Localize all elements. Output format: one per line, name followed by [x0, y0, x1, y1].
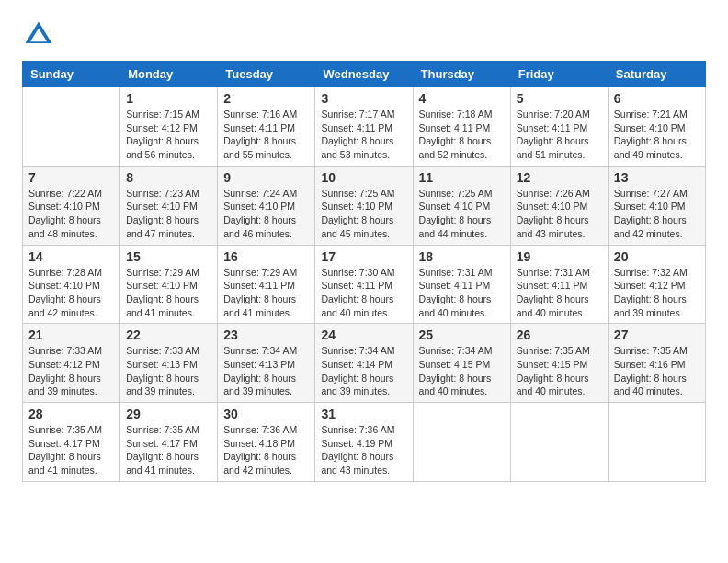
- calendar-cell: 14Sunrise: 7:28 AMSunset: 4:10 PMDayligh…: [23, 245, 120, 324]
- calendar-cell: 20Sunrise: 7:32 AMSunset: 4:12 PMDayligh…: [608, 245, 705, 324]
- day-number: 2: [223, 91, 309, 106]
- day-number: 5: [517, 91, 602, 106]
- cell-info: Sunrise: 7:25 AMSunset: 4:10 PMDaylight:…: [419, 187, 505, 241]
- cell-info: Sunrise: 7:32 AMSunset: 4:12 PMDaylight:…: [614, 266, 700, 320]
- week-row-2: 7Sunrise: 7:22 AMSunset: 4:10 PMDaylight…: [23, 166, 706, 245]
- calendar-cell: 30Sunrise: 7:36 AMSunset: 4:18 PMDayligh…: [218, 403, 315, 482]
- day-number: 24: [321, 327, 406, 342]
- day-number: 13: [614, 170, 700, 185]
- day-number: 17: [321, 249, 406, 264]
- cell-info: Sunrise: 7:17 AMSunset: 4:11 PMDaylight:…: [321, 108, 406, 162]
- day-number: 28: [28, 407, 114, 421]
- cell-info: Sunrise: 7:31 AMSunset: 4:11 PMDaylight:…: [419, 266, 505, 320]
- day-number: 16: [223, 249, 309, 264]
- cell-info: Sunrise: 7:31 AMSunset: 4:11 PMDaylight:…: [517, 266, 602, 320]
- cell-info: Sunrise: 7:28 AMSunset: 4:10 PMDaylight:…: [28, 266, 114, 320]
- day-number: 31: [321, 407, 406, 421]
- week-row-3: 14Sunrise: 7:28 AMSunset: 4:10 PMDayligh…: [23, 245, 706, 324]
- calendar-cell: [510, 403, 608, 482]
- cell-info: Sunrise: 7:34 AMSunset: 4:14 PMDaylight:…: [321, 344, 406, 398]
- calendar-cell: 1Sunrise: 7:15 AMSunset: 4:12 PMDaylight…: [120, 87, 218, 167]
- cell-info: Sunrise: 7:26 AMSunset: 4:10 PMDaylight:…: [517, 187, 602, 241]
- cell-info: Sunrise: 7:27 AMSunset: 4:10 PMDaylight:…: [614, 187, 700, 241]
- week-row-4: 21Sunrise: 7:33 AMSunset: 4:12 PMDayligh…: [23, 324, 706, 403]
- day-header-thursday: Thursday: [413, 62, 510, 87]
- day-number: 22: [126, 327, 211, 342]
- calendar-cell: 16Sunrise: 7:29 AMSunset: 4:11 PMDayligh…: [218, 245, 315, 324]
- day-header-sunday: Sunday: [23, 62, 120, 87]
- day-number: 8: [126, 170, 211, 185]
- cell-info: Sunrise: 7:24 AMSunset: 4:10 PMDaylight:…: [223, 187, 309, 241]
- calendar-cell: 25Sunrise: 7:34 AMSunset: 4:15 PMDayligh…: [413, 324, 510, 403]
- cell-info: Sunrise: 7:15 AMSunset: 4:12 PMDaylight:…: [126, 108, 211, 162]
- day-number: 3: [321, 91, 406, 106]
- calendar-cell: 28Sunrise: 7:35 AMSunset: 4:17 PMDayligh…: [23, 403, 120, 482]
- cell-info: Sunrise: 7:18 AMSunset: 4:11 PMDaylight:…: [419, 108, 505, 162]
- calendar-cell: [413, 403, 510, 482]
- day-number: 27: [614, 327, 700, 342]
- cell-info: Sunrise: 7:34 AMSunset: 4:13 PMDaylight:…: [223, 344, 309, 398]
- logo: [22, 18, 61, 52]
- cell-info: Sunrise: 7:29 AMSunset: 4:11 PMDaylight:…: [223, 266, 309, 320]
- cell-info: Sunrise: 7:25 AMSunset: 4:10 PMDaylight:…: [321, 187, 406, 241]
- calendar-cell: 15Sunrise: 7:29 AMSunset: 4:10 PMDayligh…: [120, 245, 218, 324]
- calendar-cell: 19Sunrise: 7:31 AMSunset: 4:11 PMDayligh…: [510, 245, 608, 324]
- cell-info: Sunrise: 7:35 AMSunset: 4:16 PMDaylight:…: [614, 344, 700, 398]
- calendar-cell: 31Sunrise: 7:36 AMSunset: 4:19 PMDayligh…: [315, 403, 413, 482]
- day-number: 18: [419, 249, 505, 264]
- calendar-cell: 12Sunrise: 7:26 AMSunset: 4:10 PMDayligh…: [510, 166, 608, 245]
- calendar-cell: 27Sunrise: 7:35 AMSunset: 4:16 PMDayligh…: [608, 324, 705, 403]
- day-number: 26: [517, 327, 602, 342]
- cell-info: Sunrise: 7:34 AMSunset: 4:15 PMDaylight:…: [419, 344, 505, 398]
- day-number: 23: [223, 327, 309, 342]
- calendar-cell: 13Sunrise: 7:27 AMSunset: 4:10 PMDayligh…: [608, 166, 705, 245]
- cell-info: Sunrise: 7:36 AMSunset: 4:19 PMDaylight:…: [321, 423, 406, 477]
- cell-info: Sunrise: 7:21 AMSunset: 4:10 PMDaylight:…: [614, 108, 700, 162]
- calendar-cell: 29Sunrise: 7:35 AMSunset: 4:17 PMDayligh…: [120, 403, 218, 482]
- calendar-cell: 17Sunrise: 7:30 AMSunset: 4:11 PMDayligh…: [315, 245, 413, 324]
- day-number: 25: [419, 327, 505, 342]
- calendar-cell: 26Sunrise: 7:35 AMSunset: 4:15 PMDayligh…: [510, 324, 608, 403]
- calendar-cell: 11Sunrise: 7:25 AMSunset: 4:10 PMDayligh…: [413, 166, 510, 245]
- calendar-cell: 4Sunrise: 7:18 AMSunset: 4:11 PMDaylight…: [413, 87, 510, 167]
- day-number: 14: [28, 249, 114, 264]
- day-number: 21: [28, 327, 114, 342]
- calendar-cell: 18Sunrise: 7:31 AMSunset: 4:11 PMDayligh…: [413, 245, 510, 324]
- header-row: SundayMondayTuesdayWednesdayThursdayFrid…: [23, 62, 706, 87]
- day-header-saturday: Saturday: [608, 62, 705, 87]
- cell-info: Sunrise: 7:22 AMSunset: 4:10 PMDaylight:…: [28, 187, 114, 241]
- calendar-cell: 24Sunrise: 7:34 AMSunset: 4:14 PMDayligh…: [315, 324, 413, 403]
- day-header-wednesday: Wednesday: [315, 62, 413, 87]
- day-number: 10: [321, 170, 406, 185]
- day-number: 7: [28, 170, 114, 185]
- day-number: 29: [126, 407, 211, 421]
- calendar-cell: 21Sunrise: 7:33 AMSunset: 4:12 PMDayligh…: [23, 324, 120, 403]
- cell-info: Sunrise: 7:16 AMSunset: 4:11 PMDaylight:…: [223, 108, 309, 162]
- cell-info: Sunrise: 7:33 AMSunset: 4:12 PMDaylight:…: [28, 344, 114, 398]
- cell-info: Sunrise: 7:30 AMSunset: 4:11 PMDaylight:…: [321, 266, 406, 320]
- cell-info: Sunrise: 7:20 AMSunset: 4:11 PMDaylight:…: [517, 108, 602, 162]
- calendar-cell: 7Sunrise: 7:22 AMSunset: 4:10 PMDaylight…: [23, 166, 120, 245]
- calendar-cell: 23Sunrise: 7:34 AMSunset: 4:13 PMDayligh…: [218, 324, 315, 403]
- calendar-cell: 6Sunrise: 7:21 AMSunset: 4:10 PMDaylight…: [608, 87, 705, 167]
- calendar-cell: 10Sunrise: 7:25 AMSunset: 4:10 PMDayligh…: [315, 166, 413, 245]
- day-number: 1: [126, 91, 211, 106]
- calendar-cell: 8Sunrise: 7:23 AMSunset: 4:10 PMDaylight…: [120, 166, 218, 245]
- calendar-cell: 5Sunrise: 7:20 AMSunset: 4:11 PMDaylight…: [510, 87, 608, 167]
- week-row-1: 1Sunrise: 7:15 AMSunset: 4:12 PMDaylight…: [23, 87, 706, 167]
- cell-info: Sunrise: 7:35 AMSunset: 4:17 PMDaylight:…: [126, 423, 211, 477]
- calendar-cell: [608, 403, 705, 482]
- day-number: 19: [517, 249, 602, 264]
- calendar-cell: 3Sunrise: 7:17 AMSunset: 4:11 PMDaylight…: [315, 87, 413, 167]
- day-number: 9: [223, 170, 309, 185]
- day-number: 4: [419, 91, 505, 106]
- day-number: 30: [223, 407, 309, 421]
- cell-info: Sunrise: 7:29 AMSunset: 4:10 PMDaylight:…: [126, 266, 211, 320]
- calendar-table: SundayMondayTuesdayWednesdayThursdayFrid…: [22, 61, 706, 482]
- cell-info: Sunrise: 7:35 AMSunset: 4:17 PMDaylight:…: [28, 423, 114, 477]
- logo-icon: [22, 18, 55, 52]
- day-header-tuesday: Tuesday: [218, 62, 315, 87]
- day-number: 6: [614, 91, 700, 106]
- day-number: 20: [614, 249, 700, 264]
- cell-info: Sunrise: 7:36 AMSunset: 4:18 PMDaylight:…: [223, 423, 309, 477]
